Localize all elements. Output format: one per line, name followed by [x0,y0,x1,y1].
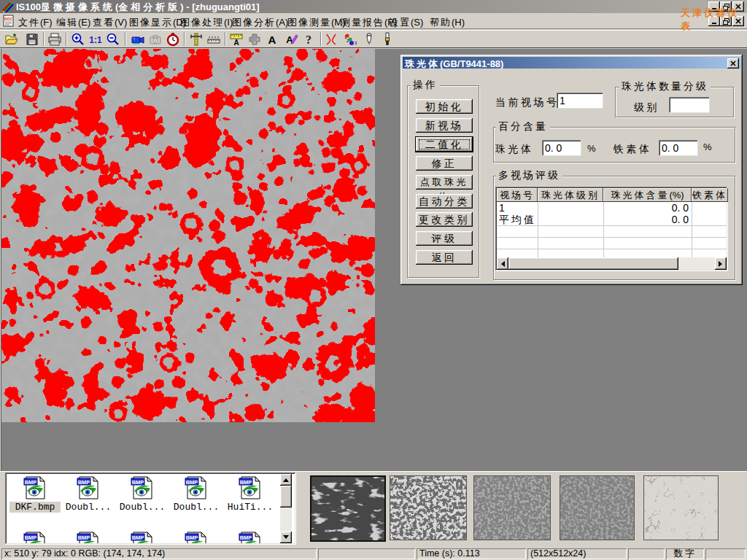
svg-text:BMP: BMP [132,534,144,541]
svg-text:BMP: BMP [78,534,90,541]
svg-text:3: 3 [355,41,357,45]
svg-text:BMP: BMP [240,534,252,541]
svg-text:BMP: BMP [78,479,90,486]
svg-text:BMP: BMP [240,479,252,486]
svg-text:1:1: 1:1 [89,35,102,45]
svg-text:BMP: BMP [186,534,198,541]
svg-text:BMP: BMP [186,479,198,486]
svg-text:DOC: DOC [4,17,13,21]
svg-text:A: A [268,34,276,46]
svg-text:?: ? [306,34,311,46]
svg-text:A: A [233,39,239,47]
svg-text:BMP: BMP [25,479,37,486]
svg-text:BMP: BMP [132,479,144,486]
svg-text:BMP: BMP [25,534,37,541]
